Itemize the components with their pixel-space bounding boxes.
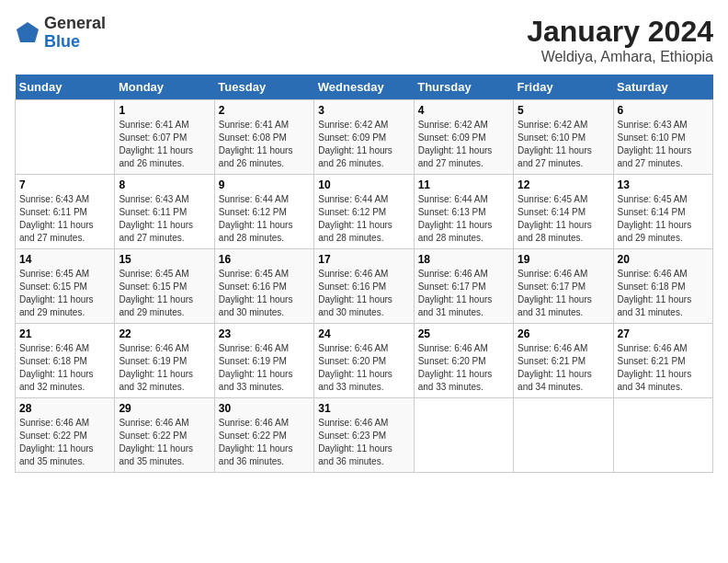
day-number: 4 [418,104,509,117]
calendar-cell: 4Sunrise: 6:42 AMSunset: 6:09 PMDaylight… [414,100,513,175]
day-number: 20 [618,253,709,266]
day-header-friday: Friday [514,75,613,100]
calendar-cell: 14Sunrise: 6:45 AMSunset: 6:15 PMDayligh… [16,249,115,324]
calendar-cell: 10Sunrise: 6:44 AMSunset: 6:12 PMDayligh… [314,175,414,249]
day-number: 23 [219,327,310,340]
day-info: Sunrise: 6:46 AMSunset: 6:20 PMDaylight:… [418,342,509,394]
page-header: General Blue January 2024 Weldiya, Amhar… [15,15,713,65]
calendar-cell: 27Sunrise: 6:46 AMSunset: 6:21 PMDayligh… [613,324,712,398]
day-number: 9 [219,178,310,191]
day-number: 26 [518,327,609,340]
calendar-table: SundayMondayTuesdayWednesdayThursdayFrid… [15,75,713,473]
calendar-cell: 17Sunrise: 6:46 AMSunset: 6:16 PMDayligh… [314,249,414,324]
day-number: 1 [119,104,210,117]
day-info: Sunrise: 6:45 AMSunset: 6:14 PMDaylight:… [618,193,709,245]
day-info: Sunrise: 6:46 AMSunset: 6:22 PMDaylight:… [219,417,310,468]
day-info: Sunrise: 6:45 AMSunset: 6:16 PMDaylight:… [219,268,310,319]
calendar-cell: 29Sunrise: 6:46 AMSunset: 6:22 PMDayligh… [115,398,214,473]
calendar-cell: 12Sunrise: 6:45 AMSunset: 6:14 PMDayligh… [514,175,613,249]
day-number: 21 [19,327,110,340]
day-info: Sunrise: 6:46 AMSunset: 6:17 PMDaylight:… [518,268,609,319]
calendar-cell: 16Sunrise: 6:45 AMSunset: 6:16 PMDayligh… [214,249,313,324]
day-number: 27 [618,327,709,340]
day-info: Sunrise: 6:46 AMSunset: 6:22 PMDaylight:… [119,417,210,468]
logo-general: General [44,15,106,33]
day-info: Sunrise: 6:46 AMSunset: 6:21 PMDaylight:… [518,342,609,394]
day-number: 16 [219,253,310,266]
day-info: Sunrise: 6:45 AMSunset: 6:15 PMDaylight:… [19,268,110,319]
day-number: 18 [418,253,509,266]
calendar-cell [16,100,115,175]
day-number: 8 [119,178,210,191]
day-info: Sunrise: 6:46 AMSunset: 6:20 PMDaylight:… [318,342,409,394]
calendar-cell: 21Sunrise: 6:46 AMSunset: 6:18 PMDayligh… [16,324,115,398]
day-info: Sunrise: 6:46 AMSunset: 6:19 PMDaylight:… [219,342,310,394]
day-header-thursday: Thursday [414,75,513,100]
calendar-cell: 8Sunrise: 6:43 AMSunset: 6:11 PMDaylight… [115,175,214,249]
day-number: 28 [19,402,110,415]
logo: General Blue [15,15,106,52]
day-info: Sunrise: 6:46 AMSunset: 6:21 PMDaylight:… [618,342,709,394]
calendar-cell [514,398,613,473]
calendar-cell: 28Sunrise: 6:46 AMSunset: 6:22 PMDayligh… [16,398,115,473]
calendar-week-1: 1Sunrise: 6:41 AMSunset: 6:07 PMDaylight… [16,100,713,175]
calendar-week-3: 14Sunrise: 6:45 AMSunset: 6:15 PMDayligh… [16,249,713,324]
day-number: 5 [518,104,609,117]
day-info: Sunrise: 6:46 AMSunset: 6:22 PMDaylight:… [19,417,110,468]
calendar-week-2: 7Sunrise: 6:43 AMSunset: 6:11 PMDaylight… [16,175,713,249]
calendar-cell: 30Sunrise: 6:46 AMSunset: 6:22 PMDayligh… [214,398,313,473]
day-number: 30 [219,402,310,415]
calendar-cell: 6Sunrise: 6:43 AMSunset: 6:10 PMDaylight… [613,100,712,175]
day-info: Sunrise: 6:43 AMSunset: 6:10 PMDaylight:… [618,119,709,170]
calendar-title: January 2024 [527,15,713,49]
calendar-cell: 9Sunrise: 6:44 AMSunset: 6:12 PMDaylight… [214,175,313,249]
calendar-cell: 1Sunrise: 6:41 AMSunset: 6:07 PMDaylight… [115,100,214,175]
day-info: Sunrise: 6:46 AMSunset: 6:18 PMDaylight:… [618,268,709,319]
svg-marker-0 [17,22,39,42]
day-info: Sunrise: 6:44 AMSunset: 6:12 PMDaylight:… [219,193,310,245]
day-info: Sunrise: 6:46 AMSunset: 6:16 PMDaylight:… [318,268,409,319]
calendar-cell: 24Sunrise: 6:46 AMSunset: 6:20 PMDayligh… [314,324,414,398]
title-block: January 2024 Weldiya, Amhara, Ethiopia [527,15,713,65]
day-number: 24 [318,327,409,340]
day-info: Sunrise: 6:46 AMSunset: 6:23 PMDaylight:… [318,417,409,468]
calendar-cell: 13Sunrise: 6:45 AMSunset: 6:14 PMDayligh… [613,175,712,249]
calendar-cell: 18Sunrise: 6:46 AMSunset: 6:17 PMDayligh… [414,249,513,324]
day-number: 3 [318,104,409,117]
day-number: 10 [318,178,409,191]
calendar-header-row: SundayMondayTuesdayWednesdayThursdayFrid… [16,75,713,100]
day-number: 2 [219,104,310,117]
day-number: 6 [618,104,709,117]
calendar-cell: 3Sunrise: 6:42 AMSunset: 6:09 PMDaylight… [314,100,414,175]
day-info: Sunrise: 6:46 AMSunset: 6:18 PMDaylight:… [19,342,110,394]
day-info: Sunrise: 6:44 AMSunset: 6:12 PMDaylight:… [318,193,409,245]
day-number: 11 [418,178,509,191]
day-info: Sunrise: 6:43 AMSunset: 6:11 PMDaylight:… [119,193,210,245]
calendar-cell: 7Sunrise: 6:43 AMSunset: 6:11 PMDaylight… [16,175,115,249]
day-info: Sunrise: 6:42 AMSunset: 6:10 PMDaylight:… [518,119,609,170]
day-number: 29 [119,402,210,415]
day-info: Sunrise: 6:43 AMSunset: 6:11 PMDaylight:… [19,193,110,245]
calendar-cell: 20Sunrise: 6:46 AMSunset: 6:18 PMDayligh… [613,249,712,324]
day-number: 7 [19,178,110,191]
day-number: 22 [119,327,210,340]
day-number: 31 [318,402,409,415]
day-info: Sunrise: 6:41 AMSunset: 6:08 PMDaylight:… [219,119,310,170]
day-info: Sunrise: 6:45 AMSunset: 6:14 PMDaylight:… [518,193,609,245]
calendar-cell [414,398,513,473]
calendar-cell: 2Sunrise: 6:41 AMSunset: 6:08 PMDaylight… [214,100,313,175]
calendar-cell: 11Sunrise: 6:44 AMSunset: 6:13 PMDayligh… [414,175,513,249]
calendar-cell: 5Sunrise: 6:42 AMSunset: 6:10 PMDaylight… [514,100,613,175]
day-info: Sunrise: 6:46 AMSunset: 6:17 PMDaylight:… [418,268,509,319]
logo-blue: Blue [44,33,106,52]
calendar-week-5: 28Sunrise: 6:46 AMSunset: 6:22 PMDayligh… [16,398,713,473]
calendar-week-4: 21Sunrise: 6:46 AMSunset: 6:18 PMDayligh… [16,324,713,398]
calendar-cell: 26Sunrise: 6:46 AMSunset: 6:21 PMDayligh… [514,324,613,398]
day-info: Sunrise: 6:42 AMSunset: 6:09 PMDaylight:… [318,119,409,170]
day-number: 13 [618,178,709,191]
calendar-subtitle: Weldiya, Amhara, Ethiopia [527,49,713,65]
day-header-sunday: Sunday [16,75,115,100]
calendar-cell: 31Sunrise: 6:46 AMSunset: 6:23 PMDayligh… [314,398,414,473]
day-info: Sunrise: 6:46 AMSunset: 6:19 PMDaylight:… [119,342,210,394]
day-number: 17 [318,253,409,266]
